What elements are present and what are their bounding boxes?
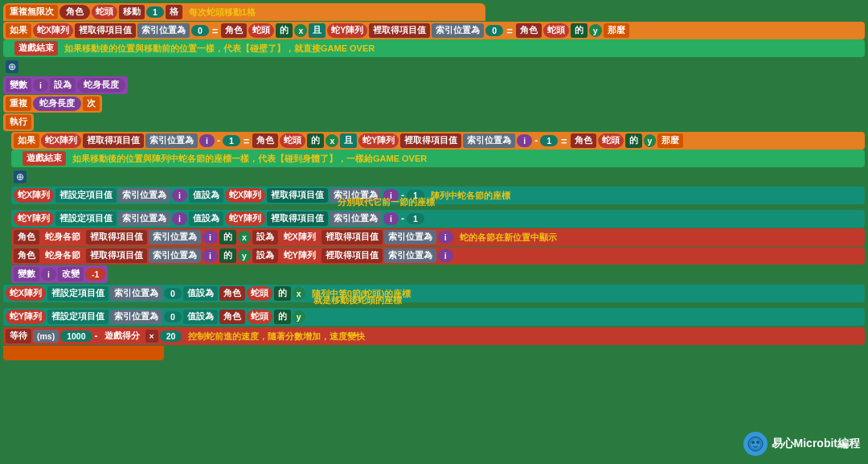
block-1-2b: 1 [540, 135, 558, 146]
block-getitem-3b: 裡取得項目值 [267, 211, 328, 226]
block-y-2: y [644, 134, 657, 147]
block-and-2: 且 [340, 133, 357, 148]
logo-text: 易心Microbit編程 [772, 437, 860, 451]
row-gameover-1: 遊戲結束 如果移動後的位置與移動前的位置一樣，代表【碰壁了】，就直接GAME O… [3, 39, 865, 57]
block-setitem-head-x: 裡設定項目值 [47, 286, 108, 301]
block-wait-label: 等待 [6, 329, 31, 343]
block-of-body-y: 的 [219, 248, 236, 263]
block-index-3c: 索引位置為 [118, 211, 170, 226]
block-i-3c: i [172, 212, 187, 225]
block-var-2: 變數 [14, 267, 39, 281]
block-role-head-x: 角色 [219, 286, 245, 301]
block-role-body-x: 角色 [14, 230, 39, 244]
block-index-2b: 索引位置為 [463, 133, 515, 148]
block-0-head-x: 0 [164, 288, 182, 299]
block-set-label: 設為 [50, 78, 76, 92]
row-var-i: 變數 i 設為 蛇身長度 [3, 76, 128, 94]
annotation-head-x2: 就是移動後蛇頭的座標 [313, 295, 402, 305]
block-snakehead-2b: 蛇頭 [598, 133, 624, 148]
row-if-1: 如果 蛇X陣列 裡取得項目值 索引位置為 0 = 角色 蛇頭 的 x 且 蛇Y陣… [3, 22, 865, 39]
row-repeat-forever: 重複無限次 角色 蛇頭 移動 1 格 每次蛇頭移動1格 [3, 3, 485, 21]
block-snakey-body: 蛇Y陣列 [280, 248, 320, 263]
eq-sign-1: = [212, 25, 219, 37]
block-x-2: x [326, 134, 338, 147]
block-index-body-x2: 索引位置為 [384, 230, 436, 244]
svg-point-3 [756, 441, 760, 444]
main-canvas: 重複無限次 角色 蛇頭 移動 1 格 每次蛇頭移動1格 如果 蛇X陣列 裡取得項… [0, 0, 868, 464]
block-role-body-y: 角色 [14, 248, 39, 263]
row-change-i: 變數 i 改變 -1 [11, 265, 108, 283]
block-of-1b: 的 [571, 23, 588, 38]
block-of-head-y: 的 [274, 310, 291, 324]
plus-button-2[interactable]: ⊕ [14, 170, 27, 183]
minus-3b: - [401, 213, 404, 224]
block-move: 移動 [119, 5, 145, 19]
block-execute: 執行 [6, 115, 31, 129]
block-snakehead-2: 蛇頭 [280, 133, 305, 148]
block-getitem-1: 裡取得項目值 [75, 23, 136, 38]
block-setto-3b: 值設為 [189, 211, 223, 226]
block-index-1: 索引位置為 [137, 23, 190, 38]
block-snakex-2: 蛇X陣列 [41, 133, 81, 148]
svg-point-2 [751, 441, 755, 444]
block-getitem-body-x2: 裡取得項目值 [321, 230, 383, 244]
block-y-1: y [589, 24, 602, 37]
block-and-1: 且 [309, 23, 326, 38]
logo-icon [743, 432, 768, 456]
block-i-body-y2: i [438, 249, 453, 262]
block-of-head-x: 的 [274, 286, 291, 301]
block-snakelen-val: 蛇身長度 [77, 78, 125, 92]
block-then-2: 那麼 [657, 133, 683, 148]
row-wait: 等待 (ms) 1000 - 遊戲得分 × 20 控制蛇前進的速度，隨著分數增加… [3, 327, 865, 345]
block-i-body-x: i [203, 231, 218, 244]
minus-2: - [217, 135, 220, 146]
eq-2: = [244, 135, 250, 147]
block-snakehead-x: 蛇頭 [247, 286, 272, 301]
block-score-label: 遊戲得分 [100, 329, 144, 343]
block-snakehead-y: 蛇頭 [247, 310, 272, 324]
block-0-head-y: 0 [164, 311, 182, 322]
block-snakey-3: 蛇Y陣列 [14, 211, 54, 226]
block-i-3d: i [383, 212, 399, 225]
block-of-2: 的 [307, 133, 324, 148]
block-setto-body-y: 設為 [252, 248, 278, 263]
block-1-2: 1 [223, 135, 240, 146]
block-role-1: 角色 [221, 23, 247, 38]
block-1-3b: 1 [407, 213, 424, 224]
block-i-2b: i [517, 134, 532, 147]
block-num-1: 1 [146, 6, 164, 18]
row-plus-2: ⊕ [11, 168, 865, 186]
block-gameover-2: 遊戲結束 [23, 151, 66, 166]
annotation-body-x: 蛇的各節在新位置中顯示 [460, 232, 557, 244]
block-setto-3: 值設為 [189, 188, 223, 203]
block-index-body-y: 索引位置為 [149, 248, 201, 263]
block-i-body-x2: i [438, 231, 453, 244]
block-setitem-head-y: 裡設定項目值 [47, 310, 108, 324]
minus-wait: - [95, 331, 98, 342]
block-setitem-3: 裡設定項目值 [55, 188, 117, 203]
row-body-y: 角色 蛇身各節 裡取得項目值 索引位置為 i 的 y 設為 蛇Y陣列 裡取得項目… [11, 247, 865, 265]
block-if-2: 如果 [14, 133, 39, 148]
row-plus-1: ⊕ [3, 58, 865, 76]
block-getitem-1b: 裡取得項目值 [369, 23, 430, 38]
plus-button-1[interactable]: ⊕ [6, 60, 18, 73]
block-snakebody-x: 蛇身各節 [41, 230, 84, 244]
block-times-label: × [145, 330, 158, 343]
annotation-setx: 陣列中蛇各節的座標 [431, 190, 510, 202]
block-index-2: 索引位置為 [145, 133, 198, 148]
block-i-change: i [41, 268, 56, 281]
block-index-1b: 索引位置為 [432, 23, 484, 38]
block-setitem-3b: 裡設定項目值 [55, 211, 117, 226]
block-setto-head-x: 值設為 [183, 286, 218, 301]
annotation-setx2: 分別取代它前一節的座標 [338, 197, 435, 207]
block-then-1: 那麼 [604, 23, 629, 38]
block-ms-label: (ms) [33, 330, 59, 343]
block-getitem-body-y2: 裡取得項目值 [321, 248, 383, 263]
row-sethead-y: 蛇Y陣列 裡設定項目值 索引位置為 0 值設為 角色 蛇頭 的 y [3, 308, 865, 326]
block-repeat-label: 重複 [6, 96, 31, 111]
block-snakex: 蛇X陣列 [33, 23, 73, 38]
block-snakelen-rep: 蛇身長度 [33, 96, 81, 111]
block-x-head: x [293, 287, 305, 300]
block-getitem-body-x: 裡取得項目值 [86, 230, 147, 244]
block-snakehead-1: 蛇頭 [248, 23, 274, 38]
